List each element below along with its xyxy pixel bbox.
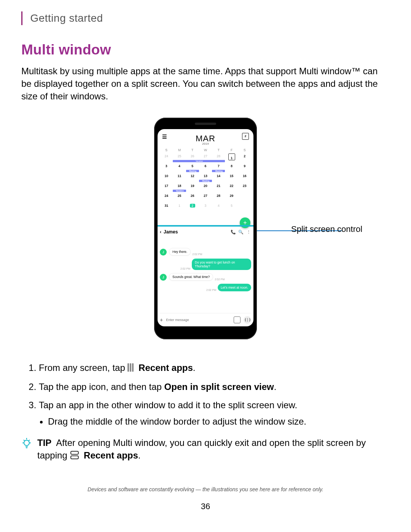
menu-icon[interactable]: ☰ — [162, 134, 167, 140]
day[interactable]: 4 — [173, 163, 186, 168]
search-icon[interactable]: 🔍 — [238, 230, 244, 235]
event-bar: Vacation — [173, 190, 186, 192]
avatar: J — [160, 249, 167, 256]
dow: M — [173, 147, 186, 153]
day[interactable]: 28 — [212, 153, 225, 158]
day[interactable]: 8 — [225, 163, 238, 168]
dow-row: S M T W T F S — [160, 147, 251, 153]
timestamp: 2:02 PM — [180, 267, 190, 270]
day[interactable]: 6 — [199, 163, 212, 168]
day[interactable]: 15 — [225, 173, 238, 178]
day[interactable]: 23 — [238, 183, 251, 188]
outgoing-bubble[interactable]: Do you want to get lunch on Thursday? — [192, 259, 251, 270]
today-icon[interactable]: 2 — [242, 133, 249, 140]
incoming-bubble[interactable]: Sounds great. What time? — [169, 273, 213, 281]
dow: F — [225, 147, 238, 153]
back-icon[interactable]: ‹ — [160, 229, 161, 235]
day[interactable]: 19 — [186, 183, 199, 188]
avatar: J — [160, 274, 167, 281]
section-header: Getting started — [21, 11, 390, 25]
calendar-grid: S M T W T F S 24 25 Vacation — [160, 147, 251, 212]
day[interactable]: 22 — [225, 183, 238, 188]
outgoing-bubble[interactable]: Let's meet at noon. — [218, 284, 251, 291]
messages-app: ‹ James 📞 🔍 ⋮ J Hey there. 2:02 PM — [158, 227, 253, 326]
recent-apps-label: Recent apps — [139, 363, 193, 373]
calendar-app: ☰ MAR 2 2019 S M T W T — [158, 129, 253, 225]
footer-note: Devices and software are constantly evol… — [21, 486, 390, 492]
day[interactable]: 9 — [238, 163, 251, 168]
day[interactable]: 25 — [173, 153, 186, 158]
day[interactable]: 29 — [225, 193, 238, 198]
page-number: 36 — [21, 502, 390, 511]
recent-apps-label: Recent apps — [84, 450, 138, 460]
page-title: Multi window — [21, 42, 390, 58]
day[interactable]: 27 — [199, 153, 212, 158]
day[interactable]: 25 — [173, 193, 186, 198]
step-3: Tap an app in the other window to add it… — [39, 399, 390, 428]
timestamp: 2:02 PM — [206, 289, 216, 291]
day[interactable]: 4 — [212, 203, 225, 208]
attach-icon[interactable]: + — [160, 317, 163, 323]
day[interactable]: 10 — [160, 173, 173, 178]
day[interactable]: 3 — [199, 203, 212, 208]
breadcrumb-section: Getting started — [30, 12, 103, 24]
day[interactable]: 13 — [199, 173, 212, 178]
day[interactable]: 5 — [186, 163, 199, 168]
event-bar: Meeting — [212, 170, 225, 172]
svg-point-0 — [24, 440, 29, 446]
composer-placeholder[interactable]: Enter message — [166, 318, 231, 322]
day[interactable]: 21 — [212, 183, 225, 188]
day[interactable]: 2 — [190, 204, 195, 208]
dow: W — [199, 147, 212, 153]
more-icon[interactable]: ⋮ — [246, 230, 251, 235]
split-screen-control-label: Split screen control — [291, 224, 362, 234]
step-3-sub: Drag the middle of the window border to … — [48, 415, 390, 428]
dow: S — [238, 147, 251, 153]
day[interactable]: 12 — [186, 173, 199, 178]
day[interactable]: 14 — [212, 173, 225, 178]
day[interactable]: 2 — [238, 153, 251, 158]
day[interactable]: 27 — [199, 193, 212, 198]
day[interactable]: 31 — [160, 203, 173, 208]
phone-screen: ☰ MAR 2 2019 S M T W T — [158, 129, 253, 326]
step-2: Tap the app icon, and then tap Open in s… — [39, 380, 390, 393]
day[interactable]: 20 — [199, 183, 212, 188]
day[interactable]: 28 — [212, 193, 225, 198]
recent-apps-icon — [127, 362, 134, 375]
message-row: J Sounds great. What time? 2:02 PM — [160, 273, 251, 281]
steps-list: From any screen, tap Recent apps. Tap th… — [28, 361, 390, 428]
incoming-bubble[interactable]: Hey there. — [169, 248, 191, 256]
day[interactable]: 1 — [173, 203, 186, 208]
day[interactable]: 24 — [160, 153, 173, 158]
phone-frame: ☰ MAR 2 2019 S M T W T — [154, 118, 257, 339]
today-cell[interactable]: 1 — [228, 153, 235, 160]
day[interactable]: 16 — [238, 173, 251, 178]
illustration-wrap: Split screen control ☰ MAR 2 2019 — [21, 118, 390, 348]
day[interactable]: 17 — [160, 183, 173, 188]
dow: T — [186, 147, 199, 153]
day[interactable]: 3 — [160, 163, 173, 168]
dow: S — [160, 147, 173, 153]
day[interactable]: 11 — [173, 173, 186, 178]
contact-name: James — [164, 229, 228, 235]
header-rule — [21, 11, 22, 25]
tip-bulb-icon — [21, 436, 32, 462]
svg-line-4 — [24, 440, 25, 441]
event-bar: Meeting — [199, 180, 212, 182]
day[interactable]: 26 — [186, 193, 199, 198]
message-row: J Hey there. 2:02 PM — [160, 248, 251, 256]
call-icon[interactable]: 📞 — [231, 230, 236, 235]
day[interactable]: 26 — [186, 153, 199, 158]
day[interactable] — [238, 203, 251, 204]
day[interactable]: 7 — [212, 163, 225, 168]
day[interactable] — [238, 193, 251, 194]
day[interactable]: 24 — [160, 193, 173, 198]
message-row: 2:02 PM Let's meet at noon. — [160, 284, 251, 291]
day[interactable]: 5 — [225, 203, 238, 208]
intro-paragraph: Multitask by using multiple apps at the … — [21, 65, 390, 102]
tip-block: TIP After opening Multi window, you can … — [21, 436, 390, 462]
sticker-icon[interactable] — [234, 316, 241, 323]
day[interactable]: 18 — [173, 183, 186, 188]
voice-record-icon[interactable]: ❪ǀ❫ — [244, 316, 251, 324]
message-composer: + Enter message ❪ǀ❫ — [160, 313, 251, 325]
